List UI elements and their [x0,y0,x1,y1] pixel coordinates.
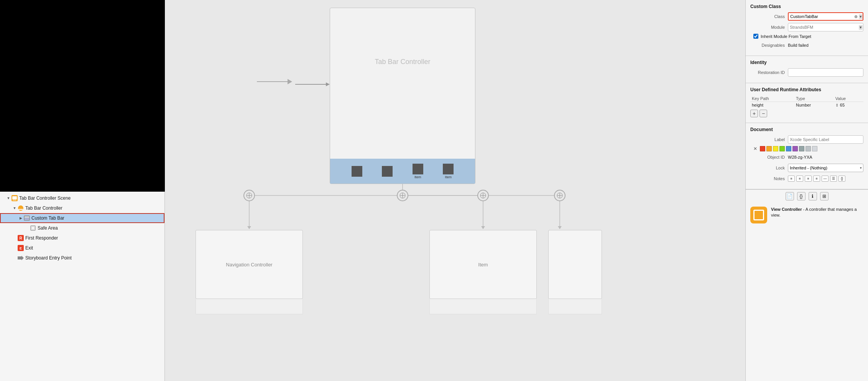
notes-icons: ≡ ≡ ≡ ≡ — ☰ {} [788,176,863,182]
class-clear-btn[interactable]: ⊗ [853,14,858,19]
disclosure-custom-tabbar[interactable] [18,216,23,220]
object-id-value: W28-zg-YXA [788,155,812,159]
svg-marker-20 [326,82,330,86]
lock-select[interactable]: Inherited - (Nothing) Nothing All Proper… [788,164,863,172]
swatch-purple[interactable] [792,146,798,151]
tab-item-3: Item [413,164,423,179]
swatch-yellow[interactable] [773,146,778,151]
scene-label: Tab Bar Controller Scene [19,195,71,201]
disclosure-scene[interactable] [6,196,11,200]
inherit-label: Inherit Module From Target [761,34,811,39]
identity-title: Identity [750,60,863,65]
designables-row: Designables Build failed [750,41,863,49]
outline-item-tabbar-controller[interactable]: Tab Bar Controller [0,203,164,213]
tab-item-4: Item [443,164,454,179]
remove-attr-btn[interactable]: − [760,110,767,117]
right-panel: Custom Class Class ⊗ ▾ Module ▾ [745,0,868,381]
swatch-gray1[interactable] [799,146,804,151]
panel-btn-code[interactable]: {} [797,192,806,200]
x-button[interactable]: ✕ [753,146,757,151]
outline-item-safe-area[interactable]: Safe Area [0,223,164,233]
inherit-checkbox[interactable] [753,34,758,39]
nav-controller-label: Navigation Controller [226,262,272,268]
document-outline: Tab Bar Controller Scene Tab Bar Control… [0,192,164,381]
icon-exit: E [18,245,24,251]
tab-item-1 [352,166,362,177]
center-canvas-wrapper: Tab Bar Controller Item Item [165,0,745,381]
module-dropdown-btn[interactable]: ▾ [859,25,863,30]
disclosure-tabbar[interactable] [12,206,17,210]
restoration-id-input[interactable] [788,68,863,77]
vc-info-section: View Controller - A controller that mana… [746,203,868,227]
class-input[interactable] [788,12,863,21]
notes-dash[interactable]: — [822,176,829,182]
class-row: Class ⊗ ▾ [750,12,863,21]
swatch-gray2[interactable] [806,146,811,151]
designables-value: Build failed [788,43,809,48]
swatch-blue[interactable] [786,146,791,151]
lock-label: Lock [750,166,785,170]
document-section: Document Label ✕ Object ID [746,123,868,189]
swatch-orange[interactable] [766,146,772,151]
svg-rect-5 [19,210,20,210]
notes-align-justify[interactable]: ≡ [813,176,820,182]
custom-class-section: Custom Class Class ⊗ ▾ Module ▾ [746,0,868,56]
panel-btn-file[interactable]: 📄 [786,192,794,200]
swatch-red[interactable] [760,146,765,151]
row-type: Number [794,102,834,108]
notes-align-right[interactable]: ≡ [805,176,812,182]
item-controller-label: Item [478,262,488,268]
runtime-attrs-section: User Defined Runtime Attributes Key Path… [746,83,868,123]
nav-controller-stub [196,299,303,314]
tab-label-4: Item [445,175,452,179]
svg-rect-2 [13,200,16,200]
module-select-wrapper: ▾ [788,23,863,31]
panel-btn-layout[interactable]: ⊞ [820,192,829,200]
svg-rect-10 [27,216,29,218]
storyboard-canvas[interactable]: Tab Bar Controller Item Item [165,0,745,381]
tab-icon-4 [443,164,454,174]
exit-label: Exit [25,245,33,251]
custom-tabbar-label: Custom Tab Bar [31,215,64,221]
row-value: ⇕ 65 [834,102,863,108]
doc-label-input[interactable] [788,135,863,144]
class-input-buttons: ⊗ ▾ [853,14,863,19]
svg-rect-1 [12,196,17,199]
nav-controller-box: Navigation Controller [196,230,303,299]
panel-btn-info[interactable]: ℹ [809,192,817,200]
svg-text:R: R [19,236,22,240]
swatch-green[interactable] [779,146,785,151]
stepper-number: 65 [840,103,845,107]
notes-list[interactable]: ☰ [830,176,837,182]
left-panel: Tab Bar Controller Scene Tab Bar Control… [0,0,165,381]
vc-title: View Controller [771,207,802,212]
custom-class-title: Custom Class [750,4,863,9]
notes-align-center[interactable]: ≡ [796,176,803,182]
notes-code[interactable]: {} [838,176,845,182]
notes-align-left[interactable]: ≡ [788,176,795,182]
tabbar-controller-mockup: Tab Bar Controller Item Item [330,8,475,184]
outline-item-exit[interactable]: E Exit [0,243,164,253]
lock-row: Lock Inherited - (Nothing) Nothing All P… [750,164,863,172]
tabbar-controller-title: Tab Bar Controller [330,58,475,66]
svg-text:E: E [20,246,22,250]
identity-section: Identity Restoration ID [746,56,868,83]
outline-item-scene[interactable]: Tab Bar Controller Scene [0,193,164,203]
canvas-preview [0,0,165,192]
module-input[interactable] [788,23,863,31]
outline-item-first-responder[interactable]: R First Responder [0,233,164,243]
tab-icon-1 [352,166,362,177]
outline-item-custom-tabbar[interactable]: Custom Tab Bar [0,213,164,223]
col-type: Type [794,95,834,102]
class-dropdown-btn[interactable]: ▾ [859,14,863,19]
tab-label-3: Item [414,175,421,179]
outline-item-entry-point[interactable]: Storyboard Entry Point [0,253,164,263]
svg-rect-9 [25,216,26,218]
class-label: Class [750,14,785,19]
col-keypath: Key Path [750,95,794,102]
safe-area-label: Safe Area [38,225,58,231]
item-controller-box: Item [429,230,537,299]
add-attr-btn[interactable]: + [750,110,758,117]
svg-marker-28 [481,226,485,229]
swatch-gray3[interactable] [812,146,817,151]
